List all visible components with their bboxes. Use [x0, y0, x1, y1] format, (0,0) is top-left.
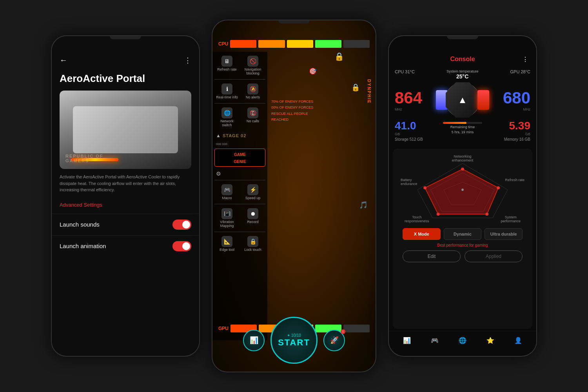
left-action-button[interactable]: 📊: [243, 330, 265, 351]
back-button[interactable]: ←: [60, 56, 67, 65]
divider-4: [214, 204, 265, 204]
remaining-time-label: Remaining time: [450, 125, 475, 129]
panel-vibration[interactable]: 📳 Vibration Mapping: [214, 206, 240, 230]
gb-stats-row: 41.0 GB Remaining time 5 hrs, 19 mins 5.…: [395, 120, 530, 136]
map-lock-2: 🔒: [351, 83, 360, 92]
gpu-bar-seg-5: [343, 325, 370, 332]
progress-area: Remaining time 5 hrs, 19 mins: [443, 122, 482, 134]
settings-gear-icon[interactable]: ⚙: [216, 171, 221, 177]
notification-badge: 1: [341, 329, 345, 334]
svg-marker-3: [425, 169, 498, 214]
phone-1-frame: ← ⋮ AeroActive Portal REPUBLIC OFGAMERS …: [51, 35, 200, 357]
dynamic-mode-button[interactable]: Dynamic: [444, 228, 482, 240]
stats-grid: CPU 31°C System temperature 25°C GPU 28°…: [389, 67, 536, 147]
svg-point-9: [461, 189, 464, 191]
map-lock-1: 🔒: [334, 52, 344, 61]
panel-row-3: 🌐 Network switch 📵 No calls: [214, 105, 265, 129]
energy-right-bar: [477, 90, 489, 110]
cooler-photo: REPUBLIC OFGAMERS: [60, 91, 191, 169]
divider-1: [214, 79, 265, 80]
nav-favorites-icon[interactable]: ⭐: [485, 334, 496, 346]
launch-animation-label: Launch animation: [60, 243, 106, 249]
more-menu-button[interactable]: ⋮: [184, 56, 191, 65]
obj-3: RESCUE ALL PEOPLE: [271, 111, 313, 117]
progress-bar: [443, 122, 482, 124]
mode-buttons: X Mode Dynamic Ultra durable: [403, 228, 523, 240]
nav-stats-icon[interactable]: 📊: [401, 334, 413, 346]
performance-label: Best performance for gaming: [399, 242, 526, 250]
radar-bottom-right-label: Systemperformance: [501, 215, 521, 223]
nav-game-icon[interactable]: 🎮: [429, 334, 441, 346]
ultra-durable-button[interactable]: Ultra durable: [485, 228, 523, 240]
radar-chart: Networkingenhancement Refresh rate Syste…: [399, 154, 526, 225]
panel-record[interactable]: ⏺ Record: [240, 206, 265, 230]
right-gb-value: 5.39: [509, 120, 531, 132]
cpu-mhz-value: 864: [395, 89, 422, 107]
storage-memory-row: Storage 512 GB Memory 16 GB: [395, 136, 530, 145]
x-mode-button[interactable]: X Mode: [403, 228, 441, 240]
panel-no-alerts[interactable]: 🔕 No alerts: [240, 82, 265, 101]
panel-realtime-info[interactable]: ℹ Real-time info: [214, 82, 240, 101]
launch-animation-row: Launch animation: [52, 235, 199, 257]
sys-temp-area: System temperature 25°C: [446, 69, 478, 80]
start-count: ✦ 10/10: [287, 333, 301, 338]
game-genie-text: GAMEGENIE: [234, 152, 246, 164]
panel-network-switch[interactable]: 🌐 Network switch: [214, 105, 240, 129]
panel-row-1: 🖥 Refresh rate 🚫 Navigation blocking: [214, 54, 265, 77]
remaining-time-value: 5 hrs, 19 mins: [452, 130, 474, 134]
nav-network-icon[interactable]: 🌐: [457, 334, 468, 346]
right-action-button[interactable]: 🚀 1: [323, 330, 345, 351]
realtime-info-icon: ℹ: [221, 83, 232, 94]
advanced-settings-link[interactable]: Advanced Settings: [52, 198, 199, 214]
memory-info: Memory 16 GB: [504, 137, 530, 142]
panel-macro[interactable]: 🎮 Macro: [214, 182, 240, 202]
launch-animation-toggle[interactable]: [172, 241, 191, 251]
no-alerts-label: No alerts: [246, 95, 260, 99]
edit-button[interactable]: Edit: [403, 250, 461, 262]
panel-row-5: 📳 Vibration Mapping ⏺ Record: [214, 206, 265, 230]
obj-2: 00% OF ENEMY FORCES: [271, 105, 313, 111]
temp-row: CPU 31°C System temperature 25°C GPU 28°…: [395, 69, 530, 80]
panel-lock-touch[interactable]: 🔒 Lock touch: [240, 234, 265, 254]
left-gb-label: GB: [395, 132, 416, 136]
start-button-area: 📊 ✦ 10/10 START 🚀 1: [243, 317, 345, 364]
panel-speed-up[interactable]: ⚡ Speed up: [240, 182, 265, 202]
launch-sounds-toggle[interactable]: [172, 220, 191, 230]
svg-point-7: [437, 212, 440, 216]
objectives-list: 70% OF ENEMY FORCES 00% OF ENEMY FORCES …: [271, 99, 313, 123]
panel-row-2: ℹ Real-time info 🔕 No alerts: [214, 82, 265, 101]
console-more-button[interactable]: ⋮: [522, 56, 528, 63]
svg-point-5: [497, 186, 500, 189]
console-title: Console: [450, 56, 475, 63]
nav-profile-icon[interactable]: 👤: [512, 334, 524, 346]
phone-3-screen: Console ⋮ CPU 31°C System temperature 25…: [389, 36, 536, 356]
realtime-info-label: Real-time info: [216, 95, 238, 99]
panel-nav-blocking[interactable]: 🚫 Navigation blocking: [240, 54, 265, 77]
left-gb-value: 41.0: [395, 120, 416, 132]
score-label: 000 000: [214, 142, 265, 146]
nav-blocking-icon: 🚫: [247, 56, 258, 67]
cpu-mhz-label: MHz: [395, 107, 422, 111]
map-overlay: 🔒 🔒 🎯 70% OF ENEMY FORCES 00% OF ENEMY F…: [267, 20, 376, 332]
cpu-label: CPU: [218, 41, 228, 47]
cpu-mhz-area: 864 MHz: [395, 89, 422, 111]
panel-no-calls[interactable]: 📵 No calls: [240, 105, 265, 129]
phone-2-frame: CPU 🖥 Refresh rate 🚫 Navigation blocking: [212, 20, 376, 372]
applied-button: Applied: [465, 250, 523, 262]
panel-refresh-rate[interactable]: 🖥 Refresh rate: [214, 54, 240, 77]
svg-point-6: [485, 212, 488, 216]
panel-edge-tool[interactable]: 📐 Edge tool: [214, 234, 240, 254]
record-icon: ⏺: [247, 208, 258, 219]
right-gb-label: GB: [525, 132, 530, 136]
network-switch-icon: 🌐: [221, 107, 232, 118]
obj-1: 70% OF ENEMY FORCES: [271, 99, 313, 105]
panel-row-4: 🎮 Macro ⚡ Speed up: [214, 182, 265, 202]
phone1-header: ← ⋮: [52, 56, 199, 69]
svg-point-4: [461, 167, 464, 171]
gpu-mhz-label: MHz: [523, 107, 531, 111]
nav-blocking-label: Navigation blocking: [241, 67, 265, 75]
phone-2-screen: CPU 🖥 Refresh rate 🚫 Navigation blocking: [212, 20, 376, 372]
radar-section: Networkingenhancement Refresh rate Syste…: [393, 149, 532, 329]
lock-touch-label: Lock touch: [244, 248, 261, 252]
start-button[interactable]: ✦ 10/10 START: [270, 317, 318, 364]
